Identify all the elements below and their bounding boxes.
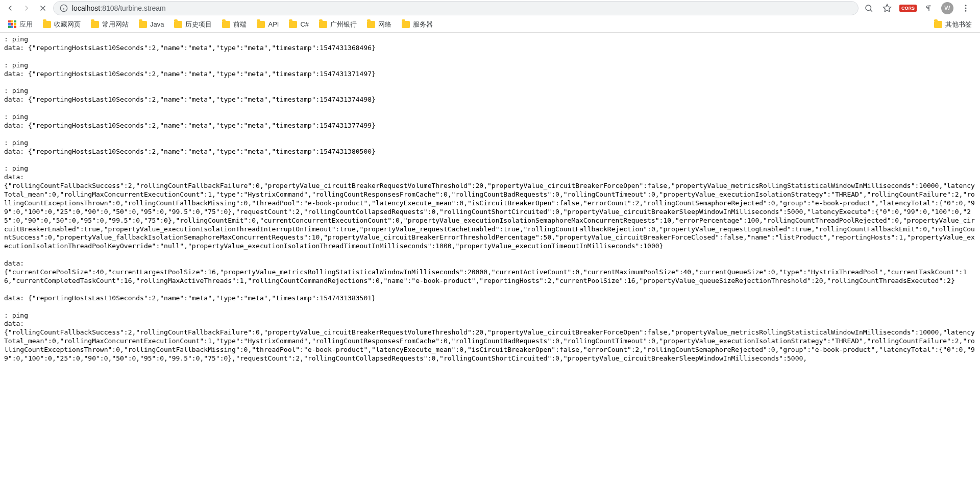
other-bookmarks[interactable]: 其他书签	[930, 18, 976, 31]
bookmark-label: 历史项目	[185, 20, 212, 29]
bookmark-star-icon[interactable]	[881, 2, 893, 14]
bookmark-item[interactable]: C#	[285, 18, 313, 30]
folder-icon	[174, 21, 182, 28]
folder-icon	[91, 21, 99, 28]
bookmark-item[interactable]: 服务器	[398, 18, 437, 31]
apps-button[interactable]: 应用	[4, 18, 37, 31]
url-text: localhost:8108/turbine.stream	[72, 4, 166, 12]
bookmark-label: 前端	[233, 20, 247, 29]
svg-point-8	[965, 10, 967, 12]
bookmark-item[interactable]: API	[253, 18, 283, 30]
back-button[interactable]	[4, 2, 16, 14]
bookmarks-bar: 应用 收藏网页常用网站Java历史项目前端APIC#广州银行网络服务器 其他书签	[0, 16, 980, 33]
apps-label: 应用	[19, 20, 33, 29]
bookmark-item[interactable]: 广州银行	[315, 18, 361, 31]
folder-icon	[934, 21, 942, 28]
folder-icon	[289, 21, 297, 28]
bookmark-item[interactable]: 历史项目	[170, 18, 216, 31]
paragraph-icon[interactable]	[923, 2, 935, 14]
bookmark-item[interactable]: 网络	[363, 18, 396, 31]
svg-point-3	[866, 5, 871, 11]
menu-icon[interactable]	[960, 2, 972, 14]
cors-extension-icon[interactable]: CORS	[899, 5, 917, 12]
site-info-icon[interactable]	[60, 4, 68, 12]
bookmark-label: 广州银行	[330, 20, 357, 29]
bookmark-label: 网络	[378, 20, 391, 29]
zoom-icon[interactable]	[863, 2, 875, 14]
folder-icon	[402, 21, 410, 28]
svg-marker-5	[883, 5, 891, 12]
bookmark-item[interactable]: Java	[135, 18, 168, 30]
bookmark-label: C#	[300, 20, 309, 28]
bookmark-label: API	[268, 20, 279, 28]
folder-icon	[257, 21, 265, 28]
user-avatar[interactable]: W	[941, 2, 953, 14]
folder-icon	[319, 21, 327, 28]
folder-icon	[222, 21, 230, 28]
svg-point-7	[965, 8, 967, 9]
bookmark-item[interactable]: 前端	[218, 18, 251, 31]
folder-icon	[367, 21, 375, 28]
svg-line-4	[870, 10, 872, 12]
other-bookmarks-label: 其他书签	[945, 20, 972, 29]
page-content[interactable]: : ping data: {"reportingHostsLast10Secon…	[0, 33, 980, 502]
stop-button[interactable]	[37, 2, 49, 14]
bookmark-item[interactable]: 收藏网页	[39, 18, 85, 31]
browser-toolbar: localhost:8108/turbine.stream CORS W	[0, 0, 980, 16]
forward-button[interactable]	[20, 2, 33, 14]
address-bar[interactable]: localhost:8108/turbine.stream	[53, 1, 859, 15]
apps-grid-icon	[8, 20, 16, 29]
svg-point-6	[965, 5, 967, 6]
bookmark-item[interactable]: 常用网站	[87, 18, 133, 31]
bookmark-label: 服务器	[413, 20, 433, 29]
folder-icon	[139, 21, 147, 28]
bookmark-label: 收藏网页	[54, 20, 81, 29]
bookmark-label: Java	[150, 20, 164, 28]
bookmark-label: 常用网站	[102, 20, 129, 29]
folder-icon	[43, 21, 51, 28]
